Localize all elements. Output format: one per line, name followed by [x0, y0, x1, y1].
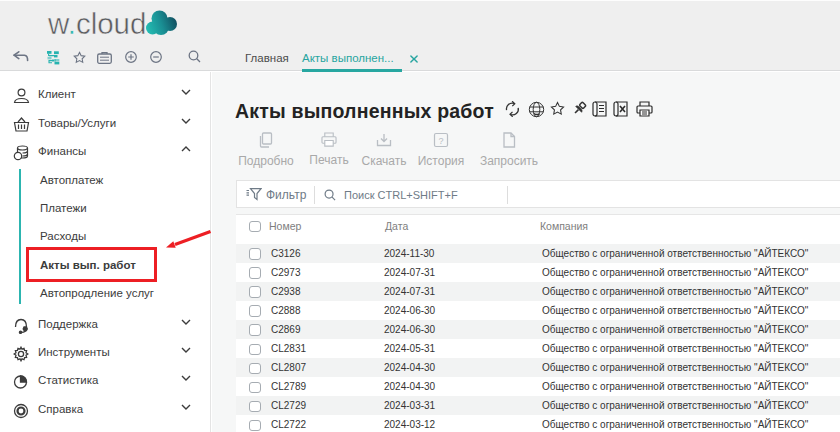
svg-text:?: ? — [438, 136, 443, 146]
